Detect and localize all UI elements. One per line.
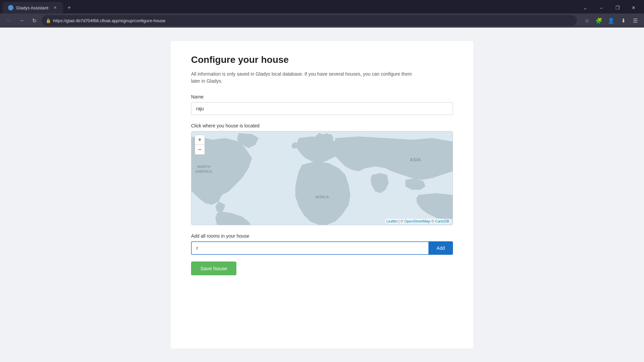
window-close-button[interactable]: ✕ <box>626 2 641 13</box>
rooms-input-row: Add <box>191 241 453 255</box>
tab-bar: Gladys Assistant ✕ + ⌄ – ❐ ✕ <box>0 0 644 13</box>
reload-button[interactable]: ↻ <box>29 15 40 26</box>
name-label: Name <box>191 94 453 99</box>
svg-text:AMERICA: AMERICA <box>195 169 212 173</box>
active-tab[interactable]: Gladys Assistant ✕ <box>3 2 63 13</box>
leaflet-link[interactable]: Leaflet <box>386 219 398 223</box>
rooms-label: Add all rooms in your house <box>191 233 453 239</box>
downloads-button[interactable]: ⬇ <box>618 15 629 26</box>
window-chevron-button[interactable]: ⌄ <box>578 2 593 13</box>
svg-text:ASIA: ASIA <box>410 157 421 162</box>
tab-favicon <box>8 5 13 10</box>
menu-button[interactable]: ☰ <box>630 15 641 26</box>
page-background: Configure your house All information is … <box>0 28 644 362</box>
address-bar[interactable] <box>53 18 573 23</box>
osm-link[interactable]: OpenStreetMap <box>404 219 430 223</box>
svg-text:AFRICA: AFRICA <box>315 195 329 199</box>
forward-button[interactable]: → <box>16 15 27 26</box>
address-bar-container: 🔒 <box>42 15 577 26</box>
window-controls: ⌄ – ❐ ✕ <box>578 2 641 13</box>
map-attribution: Leaflet | © OpenStreetMap © CartoDB <box>385 219 451 224</box>
navigation-bar: ← → ↻ 🔒 ☆ 🧩 👤 ⬇ ☰ <box>0 13 644 28</box>
room-name-input[interactable] <box>191 241 428 255</box>
page-content-card: Configure your house All information is … <box>171 41 473 349</box>
svg-text:NORTH: NORTH <box>197 165 210 169</box>
page-title: Configure your house <box>191 54 453 65</box>
extensions-puzzle-button[interactable]: 🧩 <box>594 15 604 26</box>
new-tab-button[interactable]: + <box>64 3 74 12</box>
cartodb-link[interactable]: CartoDB <box>435 219 449 223</box>
save-house-button[interactable]: Save house <box>191 262 236 275</box>
map-zoom-controls: + − <box>195 135 205 155</box>
zoom-in-button[interactable]: + <box>195 135 204 145</box>
window-maximize-button[interactable]: ❐ <box>610 2 625 13</box>
window-minimize-button[interactable]: – <box>594 2 609 13</box>
security-lock-icon: 🔒 <box>46 18 51 23</box>
name-input[interactable] <box>191 102 453 115</box>
account-button[interactable]: 👤 <box>606 15 616 26</box>
world-map-svg: NORTH AMERICA ASIA AFRICA <box>191 131 453 225</box>
nav-right-icons: ☆ 🧩 👤 ⬇ ☰ <box>582 15 641 26</box>
tab-title: Gladys Assistant <box>16 5 50 10</box>
map-label: Click where you house is located <box>191 123 453 128</box>
bookmark-star-button[interactable]: ☆ <box>582 15 592 26</box>
map-container[interactable]: NORTH AMERICA ASIA AFRICA + − Leaflet | … <box>191 131 453 225</box>
zoom-out-button[interactable]: − <box>195 145 204 154</box>
add-room-button[interactable]: Add <box>428 241 453 255</box>
tab-close-button[interactable]: ✕ <box>52 5 58 10</box>
page-description: All information is only saved in Gladys … <box>191 71 419 85</box>
back-button[interactable]: ← <box>3 15 14 26</box>
